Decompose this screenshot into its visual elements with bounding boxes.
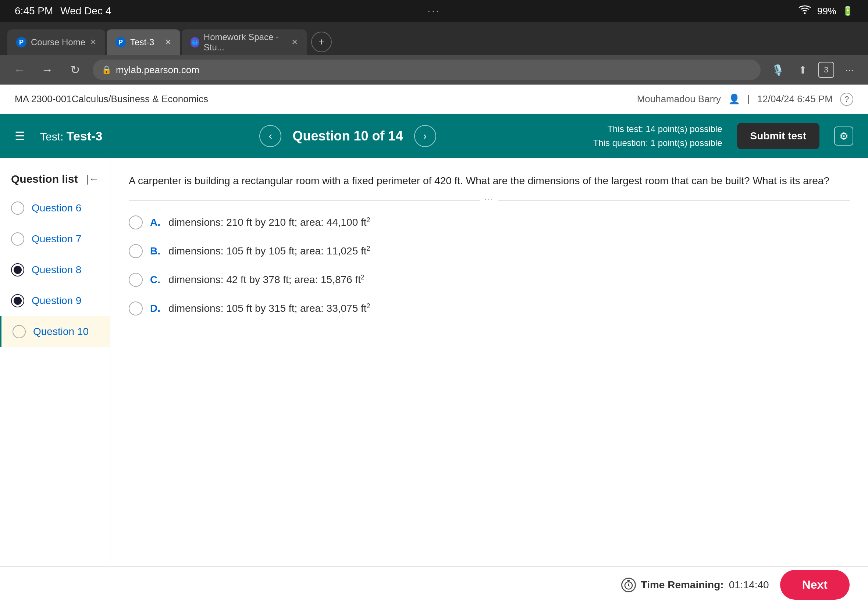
q6-label: Question 6: [32, 202, 81, 214]
option-letter-c: C.: [150, 274, 161, 286]
tab-count-badge[interactable]: 3: [818, 62, 834, 78]
question-navigation: ‹ Question 10 of 14 ›: [117, 125, 578, 147]
back-button[interactable]: ←: [9, 60, 29, 80]
timer-icon: [621, 578, 636, 592]
more-options-icon[interactable]: ···: [840, 60, 859, 79]
course-header: MA 2300-001Calculus/Business & Economics…: [0, 85, 868, 114]
sidebar-title: Question list: [11, 173, 78, 185]
collapse-sidebar-button[interactable]: |←: [86, 173, 99, 185]
test-title: Test: Test-3: [40, 129, 102, 144]
date-display: Wed Dec 4: [60, 5, 111, 17]
share-icon[interactable]: ⬆: [793, 60, 812, 79]
tab-label-course-home: Course Home: [31, 37, 85, 48]
q6-radio: [11, 201, 24, 215]
tab-close-course-home[interactable]: ✕: [90, 37, 96, 47]
question-counter: Question 10 of 14: [292, 128, 403, 144]
tab-label-test-3: Test-3: [130, 37, 154, 48]
q8-radio: [11, 263, 24, 277]
q9-radio: [11, 294, 24, 308]
sidebar-header: Question list |←: [0, 165, 110, 193]
tab-homework[interactable]: 🌐 Homework Space - Stu... ✕: [182, 29, 307, 55]
option-text-c: dimensions: 42 ft by 378 ft; area: 15,87…: [169, 274, 365, 286]
sidebar-item-question-9[interactable]: Question 9: [0, 285, 110, 316]
separator: |: [747, 93, 750, 105]
pearson-favicon-1: P: [16, 37, 26, 48]
address-bar[interactable]: 🔒 mylab.pearson.com: [93, 60, 761, 80]
q10-radio: [12, 325, 26, 338]
answer-option-c[interactable]: C. dimensions: 42 ft by 378 ft; area: 15…: [129, 266, 849, 294]
svg-point-0: [804, 12, 806, 14]
user-icon: 👤: [728, 93, 740, 105]
test-points: This test: 14 point(s) possible: [593, 122, 723, 136]
footer: Time Remaining: 01:14:40 Next: [0, 566, 868, 603]
tab-test-3[interactable]: P Test-3 ✕: [107, 29, 180, 55]
divider-dots: ···: [480, 195, 498, 203]
answer-option-b[interactable]: B. dimensions: 105 ft by 105 ft; area: 1…: [129, 237, 849, 266]
hamburger-menu[interactable]: ☰: [15, 129, 25, 143]
status-dots: ···: [427, 5, 440, 17]
browser-toolbar: ← → ↻ 🔒 mylab.pearson.com 🎙️ ⬆ 3 ···: [0, 55, 868, 85]
prev-question-button[interactable]: ‹: [259, 125, 282, 147]
browser-tabs: P Course Home ✕ P Test-3 ✕ 🌐 Homework Sp…: [0, 22, 868, 55]
submit-test-button[interactable]: Submit test: [737, 123, 820, 149]
timer-label: Time Remaining:: [641, 579, 724, 591]
tab-label-homework: Homework Space - Stu...: [204, 32, 287, 53]
radio-b: [129, 244, 143, 258]
radio-c: [129, 273, 143, 287]
tab-close-test-3[interactable]: ✕: [165, 37, 172, 47]
timer-value: 01:14:40: [729, 579, 769, 591]
option-letter-b: B.: [150, 245, 161, 257]
tab-course-home[interactable]: P Course Home ✕: [7, 29, 105, 55]
q7-radio: [11, 232, 24, 246]
q9-label: Question 9: [32, 295, 81, 307]
status-bar: 6:45 PM Wed Dec 4 ··· 99% 🔋: [0, 0, 868, 22]
q8-label: Question 8: [32, 264, 81, 276]
sidebar-item-question-6[interactable]: Question 6: [0, 193, 110, 224]
forward-button[interactable]: →: [37, 60, 57, 80]
next-question-nav-button[interactable]: ›: [414, 125, 436, 147]
wifi-icon: [798, 5, 811, 18]
question-list-sidebar: Question list |← Question 6 Question 7 Q…: [0, 158, 110, 566]
answer-option-d[interactable]: D. dimensions: 105 ft by 315 ft; area: 3…: [129, 294, 849, 323]
option-letter-d: D.: [150, 303, 161, 314]
microphone-icon[interactable]: 🎙️: [768, 60, 787, 79]
timer-area: Time Remaining: 01:14:40: [621, 578, 769, 592]
answer-option-a[interactable]: A. dimensions: 210 ft by 210 ft; area: 4…: [129, 208, 849, 237]
option-text-b: dimensions: 105 ft by 105 ft; area: 11,0…: [169, 245, 370, 257]
course-name: MA 2300-001Calculus/Business & Economics: [15, 93, 208, 105]
user-name: Mouhamadou Barry: [637, 93, 721, 105]
main-content: Question list |← Question 6 Question 7 Q…: [0, 158, 868, 566]
settings-icon[interactable]: ⚙: [834, 127, 853, 145]
battery-icon: 🔋: [842, 6, 853, 16]
question-text: A carpenter is building a rectangular ro…: [129, 173, 849, 189]
question-area: A carpenter is building a rectangular ro…: [110, 158, 868, 566]
option-letter-a: A.: [150, 216, 161, 228]
question-points: This question: 1 point(s) possible: [593, 136, 723, 150]
radio-d: [129, 302, 143, 315]
question-divider: ···: [129, 200, 849, 201]
option-text-a: dimensions: 210 ft by 210 ft; area: 44,1…: [169, 216, 370, 228]
add-tab-button[interactable]: +: [311, 32, 332, 52]
sidebar-item-question-8[interactable]: Question 8: [0, 254, 110, 285]
datetime: 12/04/24 6:45 PM: [757, 93, 833, 105]
time-display: 6:45 PM: [15, 5, 53, 17]
reload-button[interactable]: ↻: [65, 60, 85, 80]
sidebar-item-question-7[interactable]: Question 7: [0, 224, 110, 254]
help-icon[interactable]: ?: [840, 93, 853, 106]
next-button[interactable]: Next: [780, 570, 849, 600]
test-header: ☰ Test: Test-3 ‹ Question 10 of 14 › Thi…: [0, 114, 868, 158]
q7-label: Question 7: [32, 233, 81, 245]
lock-icon: 🔒: [102, 65, 111, 75]
sidebar-item-question-10[interactable]: Question 10: [0, 316, 110, 347]
tab-close-homework[interactable]: ✕: [291, 37, 298, 47]
url-display: mylab.pearson.com: [116, 64, 200, 76]
q10-label: Question 10: [33, 326, 89, 337]
pearson-favicon-2: P: [116, 37, 126, 48]
hw-favicon: 🌐: [190, 37, 200, 48]
option-text-d: dimensions: 105 ft by 315 ft; area: 33,0…: [169, 302, 370, 314]
tab-count: 3: [824, 65, 828, 75]
battery-display: 99%: [817, 6, 836, 17]
test-info: This test: 14 point(s) possible This que…: [593, 122, 723, 150]
radio-a: [129, 215, 143, 229]
